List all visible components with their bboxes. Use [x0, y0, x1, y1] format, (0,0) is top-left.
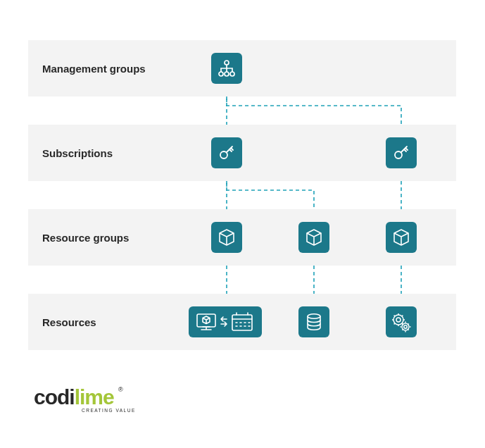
key-icon — [217, 143, 237, 163]
row-label-resource-groups: Resource groups — [42, 232, 197, 244]
svg-point-3 — [230, 72, 234, 76]
svg-point-1 — [219, 72, 223, 76]
subscription-tile-1 — [211, 137, 242, 168]
resource-database-tile — [298, 306, 329, 337]
row-label-subscriptions: Subscriptions — [42, 147, 197, 159]
row-label-resources: Resources — [42, 316, 197, 328]
gears-icon — [391, 311, 412, 332]
cube-icon — [304, 228, 324, 247]
codilime-logo: codilime ® CREATING VALUE — [34, 385, 146, 416]
resource-group-tile-1 — [211, 222, 242, 253]
svg-text:®: ® — [118, 386, 123, 393]
compute-calendar-icon — [193, 310, 258, 334]
resource-group-tile-2 — [298, 222, 329, 253]
subscription-tile-2 — [386, 137, 417, 168]
database-icon — [304, 312, 324, 332]
svg-point-8 — [308, 314, 320, 318]
logo-tagline: CREATING VALUE — [82, 408, 136, 413]
resource-compute-tile — [189, 306, 262, 337]
svg-point-2 — [225, 72, 229, 76]
management-group-tile — [211, 53, 242, 84]
svg-point-10 — [393, 315, 403, 325]
svg-point-0 — [225, 61, 229, 65]
key-icon — [391, 143, 411, 163]
cube-icon — [217, 228, 237, 247]
resource-group-tile-3 — [386, 222, 417, 253]
cube-icon — [391, 228, 411, 247]
hierarchy-icon — [217, 58, 237, 78]
svg-point-11 — [404, 325, 407, 328]
diagram-container: Management groups Subscriptions — [0, 0, 485, 448]
row-management-groups: Management groups — [28, 40, 456, 97]
resource-cog-tile — [386, 306, 417, 337]
row-label-management-groups: Management groups — [42, 63, 197, 75]
svg-point-9 — [396, 318, 401, 322]
svg-text:codilime: codilime — [34, 385, 114, 409]
